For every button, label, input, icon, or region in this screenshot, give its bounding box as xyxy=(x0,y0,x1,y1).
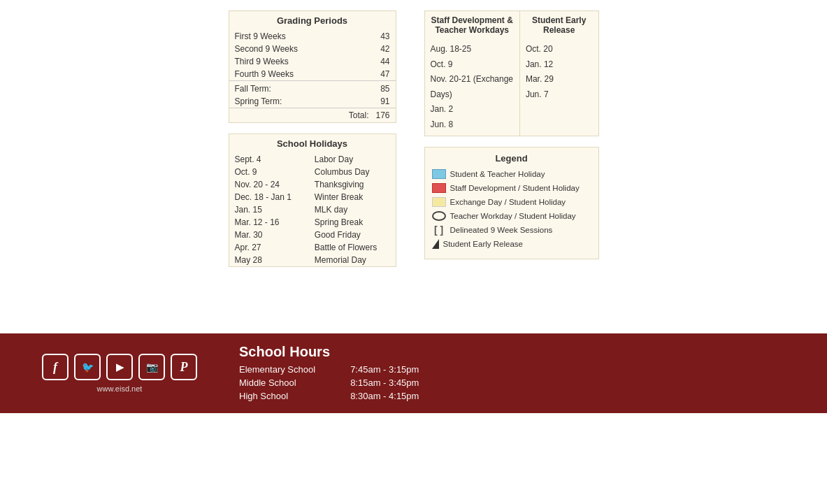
legend-swatch-red xyxy=(432,183,446,193)
holiday-row: Dec. 18 - Jan 1Winter Break xyxy=(229,191,396,203)
grading-periods-title: Grading Periods xyxy=(229,11,396,30)
holiday-date: May 28 xyxy=(229,254,309,266)
staff-dev-col2-header: Student Early Release xyxy=(520,11,598,39)
school-hours: 7:45am - 3:15pm xyxy=(315,363,419,376)
staff-dev-content: Aug. 18-25Oct. 9Nov. 20-21 (Exchange Day… xyxy=(425,39,598,136)
staff-date: Jun. 8 xyxy=(431,117,514,133)
school-holidays-box: School Holidays Sept. 4Labor DayOct. 9Co… xyxy=(229,134,396,267)
legend-item: Exchange Day / Student Holiday xyxy=(432,197,591,207)
holiday-date: Sept. 4 xyxy=(229,153,309,166)
grading-table: First 9 Weeks43Second 9 Weeks42Third 9 W… xyxy=(229,30,396,122)
holiday-date: Apr. 27 xyxy=(229,241,309,254)
holiday-name: Columbus Day xyxy=(309,166,396,178)
youtube-icon[interactable]: ▶ xyxy=(106,354,133,380)
school-hours-row: High School8:30am - 4:15pm xyxy=(239,389,419,403)
term-label: Spring Term: xyxy=(229,95,360,108)
legend-item: Student Early Release xyxy=(432,239,591,249)
staff-dev-header: Staff Development & Teacher Workdays Stu… xyxy=(425,11,598,39)
holiday-row: Mar. 30Good Friday xyxy=(229,229,396,241)
holiday-name: Battle of Flowers xyxy=(309,241,396,254)
staff-dev-col1-header: Staff Development & Teacher Workdays xyxy=(425,11,520,39)
school-hours-title: School Hours xyxy=(239,344,419,360)
total-row: Total: 176 xyxy=(229,108,396,123)
legend-label: Teacher Workday / Student Holiday xyxy=(450,212,576,220)
grading-label: First 9 Weeks xyxy=(229,30,360,43)
staff-date: Nov. 20-21 (Exchange Days) xyxy=(431,72,514,102)
legend-label: Student Early Release xyxy=(443,240,523,248)
grading-row: First 9 Weeks43 xyxy=(229,30,396,43)
grading-label: Second 9 Weeks xyxy=(229,43,360,55)
grading-label: Third 9 Weeks xyxy=(229,55,360,68)
total-value: Total: 176 xyxy=(229,108,396,123)
student-release-date: Jun. 7 xyxy=(526,87,593,103)
school-hours-row: Elementary School7:45am - 3:15pm xyxy=(239,363,419,376)
main-content: Grading Periods First 9 Weeks43Second 9 … xyxy=(0,0,827,281)
legend-swatch-triangle xyxy=(432,239,439,249)
grading-value: 42 xyxy=(359,43,395,55)
grading-row: Third 9 Weeks44 xyxy=(229,55,396,68)
legend-items: Student & Teacher HolidayStaff Developme… xyxy=(432,169,591,249)
staff-col2-dates: Oct. 20Jan. 12Mar. 29Jun. 7 xyxy=(520,39,598,136)
term-label: Fall Term: xyxy=(229,81,360,96)
holiday-row: Sept. 4Labor Day xyxy=(229,153,396,166)
school-name: Elementary School xyxy=(239,363,315,376)
school-hours-table: Elementary School7:45am - 3:15pmMiddle S… xyxy=(239,363,419,403)
grading-periods-box: Grading Periods First 9 Weeks43Second 9 … xyxy=(229,10,396,123)
legend-label: Delineated 9 Week Sessions xyxy=(450,226,553,234)
legend-swatch-oval xyxy=(432,211,446,221)
twitter-icon[interactable]: 🐦 xyxy=(74,354,101,380)
school-name: High School xyxy=(239,389,315,403)
grading-value: 43 xyxy=(359,30,395,43)
legend-item: Teacher Workday / Student Holiday xyxy=(432,211,591,221)
holiday-date: Nov. 20 - 24 xyxy=(229,178,309,191)
school-hours: 8:30am - 4:15pm xyxy=(315,389,419,403)
footer: f 🐦 ▶ 📷 P www.eisd.net School Hours Elem… xyxy=(0,333,827,413)
legend-box: Legend Student & Teacher HolidayStaff De… xyxy=(424,147,599,259)
holiday-name: Labor Day xyxy=(309,153,396,166)
holiday-row: Nov. 20 - 24Thanksgiving xyxy=(229,178,396,191)
term-row: Spring Term:91 xyxy=(229,95,396,108)
holiday-row: Mar. 12 - 16Spring Break xyxy=(229,216,396,229)
holiday-row: May 28Memorial Day xyxy=(229,254,396,266)
instagram-icon[interactable]: 📷 xyxy=(138,354,165,380)
legend-swatch-bracket: [ ] xyxy=(432,225,446,235)
holiday-date: Mar. 30 xyxy=(229,229,309,241)
school-hours-row: Middle School8:15am - 3:45pm xyxy=(239,376,419,389)
term-value: 85 xyxy=(359,81,395,96)
left-panel: Grading Periods First 9 Weeks43Second 9 … xyxy=(229,10,396,267)
holiday-date: Oct. 9 xyxy=(229,166,309,178)
grading-value: 44 xyxy=(359,55,395,68)
staff-date: Aug. 18-25 xyxy=(431,42,514,57)
staff-date: Jan. 2 xyxy=(431,102,514,117)
legend-item: [ ]Delineated 9 Week Sessions xyxy=(432,225,591,235)
staff-dev-box: Staff Development & Teacher Workdays Stu… xyxy=(424,10,599,136)
holidays-table: Sept. 4Labor DayOct. 9Columbus DayNov. 2… xyxy=(229,153,396,266)
holiday-name: Thanksgiving xyxy=(309,178,396,191)
student-release-date: Oct. 20 xyxy=(526,42,593,57)
grading-row: Fourth 9 Weeks47 xyxy=(229,68,396,81)
legend-swatch-blue xyxy=(432,169,446,179)
holiday-row: Jan. 15MLK day xyxy=(229,203,396,216)
term-value: 91 xyxy=(359,95,395,108)
facebook-icon[interactable]: f xyxy=(42,354,69,380)
legend-label: Student & Teacher Holiday xyxy=(450,170,545,178)
school-holidays-title: School Holidays xyxy=(229,134,396,153)
legend-label: Exchange Day / Student Holiday xyxy=(450,198,566,206)
school-hours: 8:15am - 3:45pm xyxy=(315,376,419,389)
right-panel: Staff Development & Teacher Workdays Stu… xyxy=(424,10,599,267)
pinterest-icon[interactable]: P xyxy=(171,354,197,380)
footer-left: f 🐦 ▶ 📷 P www.eisd.net xyxy=(42,354,197,393)
holiday-row: Oct. 9Columbus Day xyxy=(229,166,396,178)
legend-item: Staff Development / Student Holiday xyxy=(432,183,591,193)
footer-website: www.eisd.net xyxy=(97,384,143,393)
holiday-date: Jan. 15 xyxy=(229,203,309,216)
staff-date: Oct. 9 xyxy=(431,57,514,73)
student-release-date: Jan. 12 xyxy=(526,57,593,73)
legend-swatch-yellow xyxy=(432,197,446,207)
legend-item: Student & Teacher Holiday xyxy=(432,169,591,179)
grading-row: Second 9 Weeks42 xyxy=(229,43,396,55)
holiday-name: MLK day xyxy=(309,203,396,216)
holiday-name: Spring Break xyxy=(309,216,396,229)
holiday-name: Good Friday xyxy=(309,229,396,241)
holiday-date: Mar. 12 - 16 xyxy=(229,216,309,229)
